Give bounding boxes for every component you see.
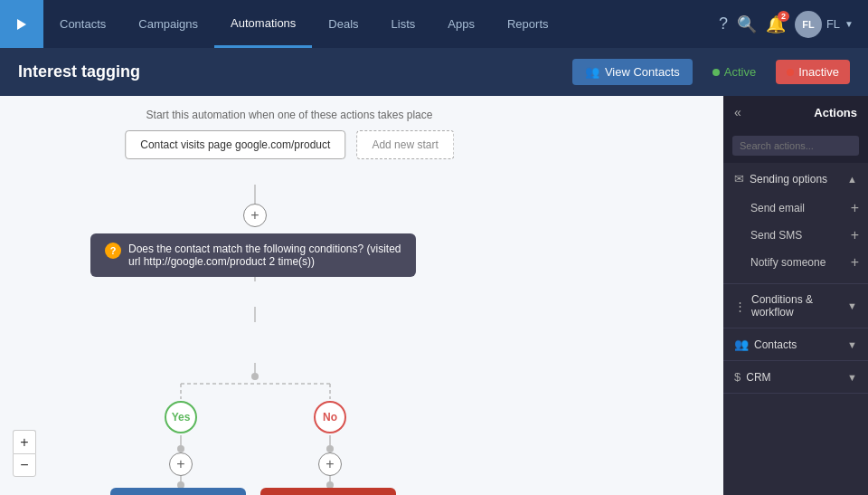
contacts-icon: 👥 bbox=[585, 65, 599, 79]
send-email-label: Send email bbox=[750, 202, 805, 214]
sending-options-chevron-icon: ▲ bbox=[847, 174, 857, 185]
yes-branch-button[interactable]: Yes bbox=[165, 401, 197, 433]
contacts-section-title: 👥 Contacts bbox=[734, 338, 797, 351]
subheader: Interest tagging 👥 View Contacts Active … bbox=[0, 48, 868, 96]
add-step-button-1[interactable]: + bbox=[243, 204, 267, 227]
nav-deals[interactable]: Deals bbox=[312, 0, 374, 48]
sending-options-title: ✉ Sending options bbox=[734, 172, 827, 186]
canvas-prompt: Start this automation when one of these … bbox=[0, 109, 579, 121]
sending-options-section: ✉ Sending options ▲ Send email + Send SM… bbox=[723, 163, 868, 284]
zoom-out-button[interactable]: − bbox=[13, 453, 36, 477]
svg-point-17 bbox=[326, 445, 334, 452]
sending-options-icon: ✉ bbox=[734, 172, 744, 186]
svg-point-15 bbox=[251, 373, 259, 380]
zoom-in-button[interactable]: + bbox=[13, 430, 36, 453]
avatar: FL bbox=[795, 11, 822, 38]
status-active-button[interactable]: Active bbox=[702, 60, 767, 84]
notify-someone-item[interactable]: Notify someone + bbox=[750, 249, 859, 276]
actions-sidebar: « Actions ✉ Sending options ▲ Send email… bbox=[723, 96, 868, 495]
sending-options-items: Send email + Send SMS + Notify someone + bbox=[723, 195, 868, 283]
user-label: FL bbox=[826, 17, 840, 31]
search-icon[interactable]: 🔍 bbox=[737, 14, 757, 34]
help-icon[interactable]: ? bbox=[719, 14, 728, 33]
add-step-yes-button[interactable]: + bbox=[169, 452, 193, 476]
main-layout: Start this automation when one of these … bbox=[0, 96, 868, 495]
notify-someone-label: Notify someone bbox=[750, 256, 826, 269]
crm-section: $ CRM ▼ bbox=[723, 361, 868, 394]
conditions-workflow-section: ⋮ Conditions & workflow ▼ bbox=[723, 284, 868, 328]
contacts-section-header[interactable]: 👥 Contacts ▼ bbox=[723, 328, 868, 360]
top-navigation: Contacts Campaigns Automations Deals Lis… bbox=[0, 0, 868, 48]
sidebar-header: « Actions bbox=[723, 96, 868, 129]
send-sms-label: Send SMS bbox=[750, 229, 802, 242]
question-icon: ? bbox=[105, 243, 121, 259]
crm-chevron-icon: ▼ bbox=[847, 372, 857, 383]
nav-apps[interactable]: Apps bbox=[431, 0, 491, 48]
conditions-workflow-title: ⋮ Conditions & workflow bbox=[734, 293, 847, 319]
subheader-actions: 👥 View Contacts Active Inactive bbox=[572, 59, 850, 85]
send-sms-item[interactable]: Send SMS + bbox=[750, 222, 859, 249]
send-sms-add-icon[interactable]: + bbox=[851, 227, 859, 243]
add-new-start-node[interactable]: Add new start bbox=[356, 130, 453, 159]
notification-count: 2 bbox=[778, 11, 789, 22]
no-branch-button[interactable]: No bbox=[314, 401, 346, 433]
trigger-node[interactable]: Contact visits page google.com/product bbox=[125, 130, 345, 159]
send-email-item[interactable]: Send email + bbox=[750, 195, 859, 222]
end-automation-node-no[interactable]: 🔄 End this automation bbox=[260, 488, 396, 495]
svg-marker-0 bbox=[17, 19, 26, 30]
logo-button[interactable] bbox=[0, 0, 43, 48]
start-nodes-row: Contact visits page google.com/product A… bbox=[125, 130, 454, 159]
send-email-add-icon[interactable]: + bbox=[851, 200, 859, 216]
user-menu[interactable]: FL FL ▼ bbox=[795, 11, 854, 38]
nav-right-actions: ? 🔍 🔔 2 FL FL ▼ bbox=[719, 11, 868, 38]
notify-someone-add-icon[interactable]: + bbox=[851, 254, 859, 271]
crm-section-header[interactable]: $ CRM ▼ bbox=[723, 361, 868, 393]
crm-icon: $ bbox=[734, 370, 741, 384]
condition-node[interactable]: ? Does the contact match the following c… bbox=[90, 233, 416, 277]
nav-lists[interactable]: Lists bbox=[375, 0, 432, 48]
inactive-dot bbox=[787, 69, 794, 76]
sending-options-header[interactable]: ✉ Sending options ▲ bbox=[723, 163, 868, 195]
automation-canvas: Start this automation when one of these … bbox=[0, 96, 723, 495]
sidebar-collapse-icon[interactable]: « bbox=[734, 105, 741, 119]
crm-section-title: $ CRM bbox=[734, 370, 771, 384]
add-step-no-button[interactable]: + bbox=[318, 452, 342, 476]
nav-campaigns[interactable]: Campaigns bbox=[122, 0, 214, 48]
conditions-workflow-header[interactable]: ⋮ Conditions & workflow ▼ bbox=[723, 284, 868, 328]
conditions-icon: ⋮ bbox=[734, 300, 746, 313]
add-tag-action-node[interactable]: 👤 Add tag (Interested in widgets) bbox=[110, 488, 246, 495]
active-dot bbox=[712, 69, 720, 76]
zoom-controls: + − bbox=[13, 430, 36, 477]
page-title: Interest tagging bbox=[18, 62, 140, 81]
search-input[interactable] bbox=[732, 136, 859, 156]
nav-contacts[interactable]: Contacts bbox=[43, 0, 122, 48]
contacts-chevron-icon: ▼ bbox=[847, 339, 857, 350]
user-chevron-icon: ▼ bbox=[844, 19, 854, 29]
status-inactive-button[interactable]: Inactive bbox=[776, 60, 850, 84]
notification-bell[interactable]: 🔔 2 bbox=[766, 14, 786, 34]
condition-text: Does the contact match the following con… bbox=[128, 243, 401, 268]
conditions-chevron-icon: ▼ bbox=[847, 300, 857, 311]
nav-reports[interactable]: Reports bbox=[491, 0, 565, 48]
nav-automations[interactable]: Automations bbox=[214, 0, 312, 48]
sidebar-title: Actions bbox=[814, 106, 857, 119]
nav-links: Contacts Campaigns Automations Deals Lis… bbox=[43, 0, 719, 48]
search-box bbox=[723, 129, 868, 163]
contacts-section-icon: 👥 bbox=[734, 338, 749, 351]
view-contacts-button[interactable]: 👥 View Contacts bbox=[572, 59, 693, 85]
svg-point-16 bbox=[177, 445, 184, 452]
contacts-section: 👥 Contacts ▼ bbox=[723, 328, 868, 361]
